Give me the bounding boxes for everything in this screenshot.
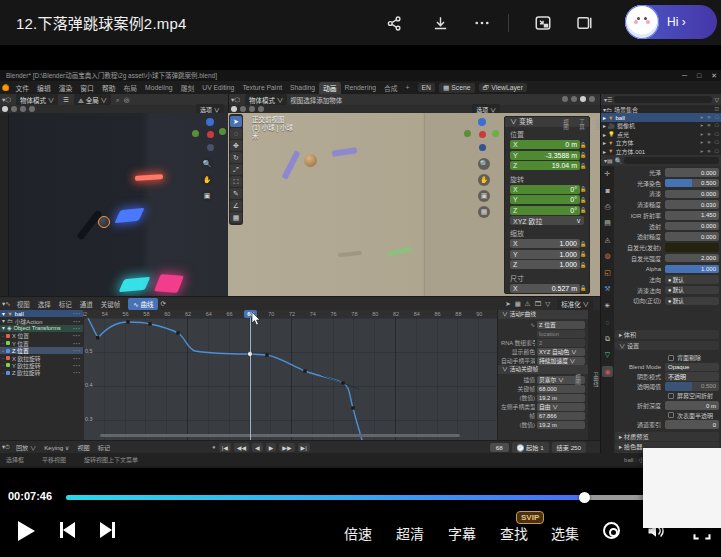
graph-menu-标记[interactable]: 标记 [55, 299, 76, 309]
workspace-tab-Texture Paint[interactable]: Texture Paint [238, 83, 286, 92]
lock-icon[interactable]: 🔓 [580, 262, 586, 268]
location-y-field[interactable]: Y-3.3588 m [510, 151, 580, 160]
checkbox[interactable] [668, 355, 674, 361]
lock-icon[interactable]: 🔓 [580, 197, 586, 203]
channel-toggles[interactable]: ▪▪▪ [73, 356, 81, 361]
material-tab-icon[interactable]: ◉ [602, 366, 613, 377]
graph-menu-选择[interactable]: 选择 [34, 299, 55, 309]
snap-icon[interactable]: ▦ [515, 300, 521, 308]
viewport-menu-选择[interactable]: 选择 [303, 95, 316, 105]
prop-field-法向[interactable]: ● 默认 [665, 275, 719, 284]
zoom-icon[interactable]: 🔍 [201, 158, 213, 170]
left-navigation-gizmo[interactable] [192, 118, 226, 152]
channel-toggles[interactable]: ▪▪▪ [73, 326, 81, 331]
modifiers-tab-icon[interactable]: ⚒ [602, 284, 613, 295]
world-tab-icon[interactable]: ◍ [602, 251, 613, 262]
prev-keyframe-icon[interactable]: ◀◀ [234, 443, 249, 452]
expand-icon[interactable]: · [2, 362, 4, 368]
expand-icon[interactable]: ▸ [603, 139, 606, 146]
show-selected-toggle[interactable]: ∿ 曲线 [128, 298, 158, 310]
lock-icon[interactable]: 🔓 [580, 241, 586, 247]
lock-icon[interactable]: 🔓 [580, 285, 586, 291]
editor-type-icon[interactable]: ▾∿ [2, 300, 11, 308]
sidebar-tab-F曲线[interactable]: F曲线 [592, 372, 600, 386]
more-button[interactable] [470, 11, 494, 35]
scale-z-field[interactable]: Z1.000 [510, 260, 580, 269]
tool-tab-icon[interactable]: ✛ [602, 168, 613, 179]
object-tab-icon[interactable]: ◱ [602, 267, 613, 278]
zoom-icon[interactable]: 🔍 [478, 158, 490, 170]
workspace-tab-UV Editing[interactable]: UV Editing [198, 83, 238, 92]
minimize-icon[interactable]: ─ [682, 70, 687, 81]
setting-field-折射深度[interactable]: 0 m [665, 401, 719, 410]
pan-hand-icon[interactable]: ✋ [201, 174, 213, 186]
location-x-field[interactable]: X0 m [510, 140, 580, 149]
prop-field-光泽染色[interactable]: 0.500 [665, 179, 719, 188]
ball-object[interactable] [304, 154, 317, 167]
setting-field-阴影模式[interactable]: 不透明 [665, 372, 719, 381]
play-forward-icon[interactable]: ▶ [266, 443, 277, 452]
expand-icon[interactable]: ▾ [2, 318, 5, 324]
graph-menu-关键帧[interactable]: 关键帧 [97, 299, 125, 309]
view-layer-tab-icon[interactable]: ▤ [602, 218, 613, 229]
refresh-icon[interactable]: ⟳ [160, 300, 165, 308]
prop-field-清漆法向[interactable]: ● 默认 [665, 286, 719, 295]
pan-hand-icon[interactable]: ✋ [478, 174, 490, 186]
field-关键帧[interactable]: 68.000 [537, 385, 585, 393]
move-tool-icon[interactable]: ✥ [230, 140, 242, 151]
volume-section-header[interactable]: ▸ 体积 [615, 330, 719, 339]
annotate-tool-icon[interactable]: ✎ [230, 188, 242, 199]
channel-toggles[interactable]: ▪▪▪ [73, 363, 81, 368]
share-button[interactable] [382, 11, 406, 35]
viewport-menu-物体[interactable]: 物体 [329, 95, 342, 105]
start-frame-field[interactable]: 🕘 起始 1 [512, 442, 549, 453]
graph-hscrollbar[interactable] [100, 434, 460, 437]
lang-button[interactable]: EN [418, 83, 435, 92]
lock-icon[interactable]: 🔓 [580, 207, 586, 213]
setting-field-通道索引[interactable]: 0 [665, 420, 719, 429]
mid-shading-0-icon[interactable] [562, 96, 568, 102]
select-tool-icon[interactable]: ➤ [230, 116, 242, 127]
channel-小球Action[interactable]: ▾🗀小球Action▪▪▪ [0, 317, 83, 324]
scale-x-field[interactable]: X1.000 [510, 239, 580, 248]
video-frame[interactable]: Blender* [D:\Blender动画宝典入门教程\2g asset\小球… [0, 45, 721, 487]
rotation-y-field[interactable]: Y0° [510, 195, 580, 204]
add-primitive-tool-icon[interactable]: ▦ [230, 212, 242, 223]
output-tab-icon[interactable]: ⎙ [602, 201, 613, 212]
workspace-tab-合成[interactable]: 合成 [380, 82, 402, 94]
expand-icon[interactable]: ▸ [603, 148, 606, 155]
field-左侧手柄类型[interactable]: 自由 ∨ [537, 403, 585, 411]
menu-帮助[interactable]: 帮助 [98, 83, 120, 93]
speed-button[interactable]: 倍速 [344, 523, 372, 543]
prop-field-清漆[interactable]: 0.000 [665, 190, 719, 199]
workspace-tab-Modeling[interactable]: Modeling [141, 83, 177, 92]
measure-tool-icon[interactable]: ∠ [230, 200, 242, 211]
viewlayer-selector[interactable]: 🗗 ViewLayer [479, 83, 527, 92]
ball-object-selected[interactable] [98, 216, 110, 228]
prop-field-Alpha[interactable]: 1.000 [665, 265, 719, 274]
copy-icon[interactable]: 🗖 [535, 300, 542, 307]
channel-toggles[interactable]: ▪▪▪ [73, 348, 81, 353]
episodes-button[interactable]: 选集 [551, 523, 579, 543]
expand-icon[interactable]: · [2, 340, 4, 346]
shading-mode-0-icon[interactable] [2, 106, 8, 112]
field-RNA 数组索引[interactable]: 2 [537, 339, 585, 347]
graph-curve-area[interactable]: 0.5 0.4 0.3 [83, 318, 497, 440]
workspace-tab-Shading[interactable]: Shading [286, 83, 319, 92]
prop-field-透射糙度[interactable]: 0.000 [665, 232, 719, 241]
lock-icon[interactable]: 🔓 [580, 163, 586, 169]
rotation-x-field[interactable]: X0° [510, 185, 580, 194]
field-(数值)[interactable]: 19.2 m [537, 394, 585, 402]
download-button[interactable] [428, 11, 452, 35]
viewport-menu-视图[interactable]: 视图 [290, 95, 303, 105]
mid-navigation-gizmo[interactable] [464, 118, 498, 152]
channel-toggles[interactable]: ▪▪▪ [73, 311, 81, 316]
quality-button[interactable]: 超清 [396, 523, 424, 543]
camera-viewport[interactable]: 🔍 ✋ ▣ [0, 113, 228, 296]
expand-icon[interactable]: · [2, 355, 4, 361]
record-icon[interactable]: ● [212, 444, 216, 450]
workspace-tab-动画[interactable]: 动画 [319, 82, 341, 94]
field-帧[interactable]: 67.866 [537, 412, 585, 420]
camera-view-icon[interactable]: ▣ [478, 190, 490, 202]
lock-icon[interactable]: 🔓 [580, 251, 586, 257]
